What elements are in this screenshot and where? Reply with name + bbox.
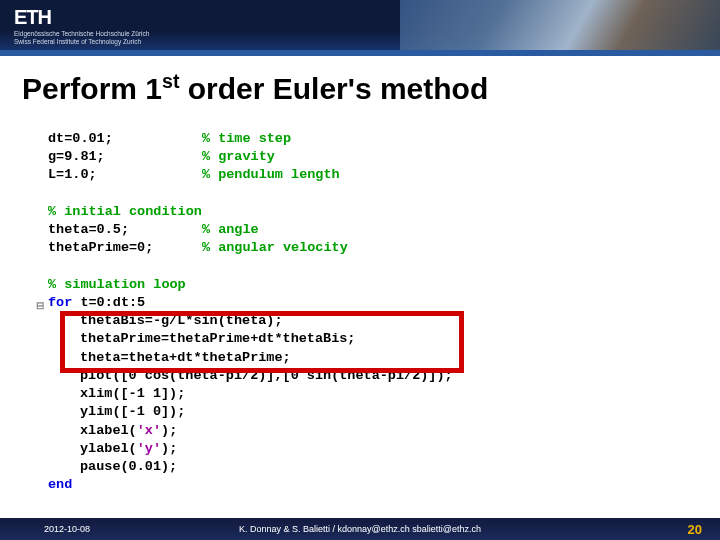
code-line: ylabel('y'); bbox=[48, 440, 720, 458]
code-line: thetaPrime=thetaPrime+dt*thetaBis; bbox=[48, 330, 720, 348]
code-comment: % simulation loop bbox=[48, 276, 720, 294]
header-stripe bbox=[0, 50, 720, 56]
slide-header: ETH Eidgenössische Technische Hochschule… bbox=[0, 0, 720, 56]
header-banner-image bbox=[400, 0, 720, 56]
eth-logo: ETH bbox=[14, 6, 51, 29]
code-line: ylim([-1 0]); bbox=[48, 403, 720, 421]
title-pre: Perform 1 bbox=[22, 72, 162, 105]
page-number: 20 bbox=[688, 522, 702, 537]
code-line: thetaBis=-g/L*sin(theta); bbox=[48, 312, 720, 330]
eth-subtitle-line1: Eidgenössische Technische Hochschule Zür… bbox=[14, 30, 149, 38]
code-comment: % initial condition bbox=[48, 203, 720, 221]
code-line: theta=0.5; % angle bbox=[48, 221, 720, 239]
code-keyword-end: end bbox=[48, 476, 720, 494]
blank-line bbox=[48, 258, 720, 276]
code-block: dt=0.01; % time step g=9.81; % gravity L… bbox=[0, 106, 720, 494]
blank-line bbox=[48, 185, 720, 203]
code-line: thetaPrime=0; % angular velocity bbox=[48, 239, 720, 257]
code-line: theta=theta+dt*thetaPrime; bbox=[48, 349, 720, 367]
slide-footer: 2012-10-08 K. Donnay & S. Balietti / kdo… bbox=[0, 518, 720, 540]
code-line: g=9.81; % gravity bbox=[48, 148, 720, 166]
code-line: dt=0.01; % time step bbox=[48, 130, 720, 148]
code-line: xlim([-1 1]); bbox=[48, 385, 720, 403]
footer-authors: K. Donnay & S. Balietti / kdonnay@ethz.c… bbox=[0, 524, 720, 534]
title-post: order Euler's method bbox=[179, 72, 488, 105]
code-line: L=1.0; % pendulum length bbox=[48, 166, 720, 184]
code-line: plot([0 cos(theta-pi/2)],[0 sin(theta-pi… bbox=[48, 367, 720, 385]
eth-subtitle: Eidgenössische Technische Hochschule Zür… bbox=[14, 30, 149, 46]
code-line: for t=0:dt:5 bbox=[48, 294, 720, 312]
fold-icon: ⊟ bbox=[36, 299, 44, 313]
code-line: xlabel('x'); bbox=[48, 422, 720, 440]
slide-title: Perform 1st order Euler's method bbox=[0, 56, 720, 106]
eth-subtitle-line2: Swiss Federal Institute of Technology Zu… bbox=[14, 38, 149, 46]
code-line: pause(0.01); bbox=[48, 458, 720, 476]
title-sup: st bbox=[162, 70, 179, 92]
